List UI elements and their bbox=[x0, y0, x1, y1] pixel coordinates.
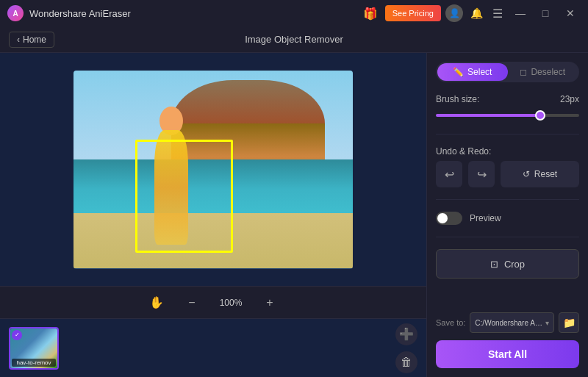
brush-size-label: Brush size: bbox=[436, 94, 479, 104]
brush-size-thumb[interactable] bbox=[535, 110, 545, 121]
select-deselect-toggle: ✏️ Select ◻ Deselect bbox=[436, 62, 579, 82]
strip-actions: ➕ 🗑 bbox=[395, 323, 417, 373]
app-title: Wondershare AniEraser bbox=[29, 8, 131, 19]
gift-button[interactable]: 🎁 bbox=[360, 5, 381, 21]
start-all-button[interactable]: Start All bbox=[436, 340, 579, 368]
avatar[interactable]: 👤 bbox=[445, 4, 463, 22]
thumbnail-check: ✓ bbox=[12, 330, 22, 340]
crop-label: Crop bbox=[504, 259, 525, 270]
zoom-out-button[interactable]: − bbox=[181, 292, 203, 314]
reset-icon: ↺ bbox=[523, 169, 530, 179]
thumbnail-label: hav-to-remov bbox=[12, 359, 56, 367]
right-bottom: Save to: C:/Wondershare AniEraser/li ▾ 📁… bbox=[436, 312, 579, 368]
crop-button[interactable]: ⊡ Crop bbox=[436, 249, 579, 279]
canvas-container[interactable] bbox=[0, 53, 426, 286]
undo-redo-label: Undo & Redo: bbox=[436, 146, 491, 157]
title-bar-left: A Wondershare AniEraser bbox=[7, 5, 131, 21]
zoom-in-button[interactable]: + bbox=[259, 292, 281, 314]
right-panel: ✏️ Select ◻ Deselect Brush size: 23px bbox=[426, 53, 588, 377]
eraser-icon: ◻ bbox=[520, 67, 527, 77]
notification-icon[interactable]: 🔔 bbox=[467, 4, 485, 22]
folder-browse-button[interactable]: 📁 bbox=[559, 312, 579, 333]
home-label: Home bbox=[23, 35, 46, 45]
brush-size-track bbox=[436, 114, 579, 117]
divider-2 bbox=[436, 199, 579, 200]
canvas-area: ✋ − 100% + ✓ hav-to-remov ➕ 🗑 bbox=[0, 53, 426, 377]
canvas-image bbox=[74, 71, 353, 269]
redo-button[interactable]: ↪ bbox=[468, 161, 495, 187]
close-button[interactable]: ✕ bbox=[560, 5, 581, 21]
thumbnail-item[interactable]: ✓ hav-to-remov bbox=[9, 327, 59, 370]
minimize-button[interactable]: — bbox=[510, 5, 531, 21]
undo-redo-label-row: Undo & Redo: bbox=[436, 146, 579, 157]
add-image-button[interactable]: ➕ bbox=[395, 323, 417, 345]
menu-icon[interactable]: ☰ bbox=[490, 7, 506, 21]
crop-section: ⊡ Crop bbox=[436, 249, 579, 279]
save-path-display[interactable]: C:/Wondershare AniEraser/li ▾ bbox=[470, 312, 554, 333]
pricing-button[interactable]: See Pricing bbox=[385, 5, 441, 21]
delete-image-button[interactable]: 🗑 bbox=[395, 351, 417, 373]
page-title: Image Object Remover bbox=[245, 34, 343, 45]
brush-size-section: Brush size: 23px bbox=[436, 94, 579, 122]
undo-redo-section: Undo & Redo: ↩ ↪ ↺ Reset bbox=[436, 146, 579, 187]
toggle-knob bbox=[437, 213, 448, 223]
home-button[interactable]: ‹ Home bbox=[9, 32, 54, 48]
divider-3 bbox=[436, 237, 579, 237]
brush-icon: ✏️ bbox=[453, 67, 464, 77]
maximize-button[interactable]: □ bbox=[535, 5, 556, 21]
save-row: Save to: C:/Wondershare AniEraser/li ▾ 📁 bbox=[436, 312, 579, 333]
chevron-left-icon: ‹ bbox=[17, 35, 20, 45]
zoom-level: 100% bbox=[216, 298, 245, 308]
thumbnail-strip: ✓ hav-to-remov ➕ 🗑 bbox=[0, 318, 426, 377]
preview-section: Preview bbox=[436, 212, 579, 225]
preview-row: Preview bbox=[436, 212, 579, 225]
save-to-label: Save to: bbox=[436, 318, 465, 327]
select-label: Select bbox=[467, 67, 492, 77]
divider-1 bbox=[436, 134, 579, 134]
main-layout: ✋ − 100% + ✓ hav-to-remov ➕ 🗑 ✏ bbox=[0, 53, 588, 377]
app-logo: A bbox=[7, 5, 24, 21]
selection-box[interactable] bbox=[135, 140, 233, 253]
reset-label: Reset bbox=[534, 169, 557, 179]
save-path-text: C:/Wondershare AniEraser/li bbox=[475, 319, 544, 327]
select-button[interactable]: ✏️ Select bbox=[437, 63, 508, 81]
brush-size-value: 23px bbox=[560, 94, 579, 104]
brush-size-slider-container bbox=[436, 109, 579, 122]
title-bar-right: 🎁 See Pricing 👤 🔔 ☰ — □ ✕ bbox=[360, 4, 581, 22]
preview-label: Preview bbox=[470, 213, 501, 223]
undo-redo-row: ↩ ↪ ↺ Reset bbox=[436, 161, 579, 187]
canvas-toolbar: ✋ − 100% + bbox=[0, 286, 426, 318]
reset-button[interactable]: ↺ Reset bbox=[501, 161, 579, 187]
brush-size-label-row: Brush size: 23px bbox=[436, 94, 579, 104]
chevron-down-icon: ▾ bbox=[545, 319, 549, 327]
undo-button[interactable]: ↩ bbox=[436, 161, 462, 187]
crop-icon: ⊡ bbox=[490, 259, 498, 270]
title-bar: A Wondershare AniEraser 🎁 See Pricing 👤 … bbox=[0, 0, 588, 26]
preview-toggle[interactable] bbox=[436, 212, 462, 225]
nav-bar: ‹ Home Image Object Remover bbox=[0, 26, 588, 53]
thumbnail-list: ✓ hav-to-remov bbox=[9, 327, 59, 370]
pan-tool-button[interactable]: ✋ bbox=[146, 292, 168, 314]
deselect-label: Deselect bbox=[531, 67, 565, 77]
deselect-button[interactable]: ◻ Deselect bbox=[508, 63, 578, 81]
